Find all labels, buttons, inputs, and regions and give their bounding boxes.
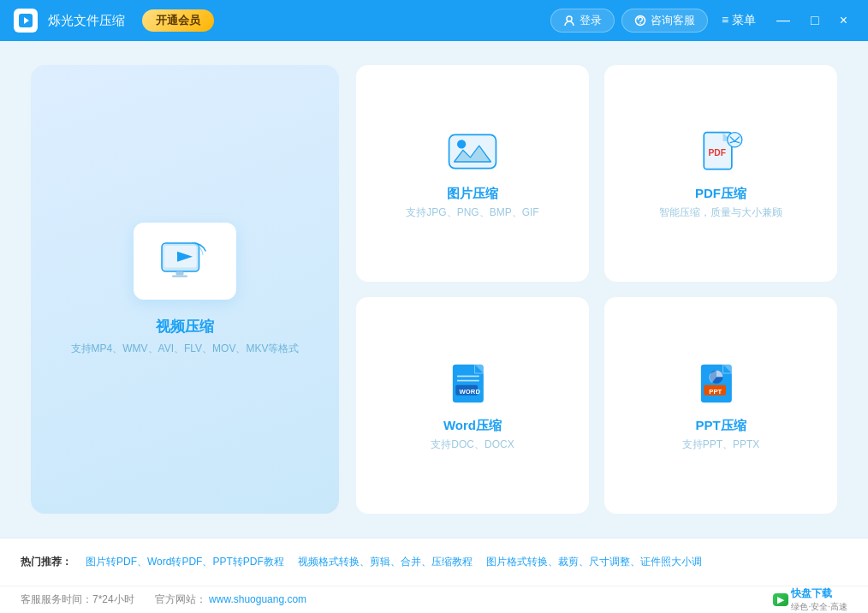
main-content: 视频压缩 支持MP4、WMV、AVI、FLV、MOV、MKV等格式 图片压缩 支… xyxy=(0,41,868,538)
video-panel-title: 视频压缩 xyxy=(156,317,214,336)
word-icon-wrap: WORD xyxy=(442,360,503,408)
svg-rect-15 xyxy=(453,364,484,402)
title-bar: 烁光文件压缩 开通会员 登录 咨询客服 ≡ 菜单 — □ × xyxy=(0,0,868,41)
svg-text:WORD: WORD xyxy=(460,388,481,396)
image-icon-wrap xyxy=(442,128,503,176)
pdf-card-desc: 智能压缩，质量与大小兼顾 xyxy=(659,205,782,220)
menu-button[interactable]: ≡ 菜单 xyxy=(715,9,763,32)
app-logo xyxy=(14,9,38,33)
image-card-title: 图片压缩 xyxy=(447,186,498,202)
footer-logo: ▶ 快盘下载 绿色·安全·高速 xyxy=(773,586,847,613)
login-label: 登录 xyxy=(580,13,602,28)
app-title: 烁光文件压缩 xyxy=(48,13,125,29)
vip-button[interactable]: 开通会员 xyxy=(142,9,214,32)
kdxz-slogan: 绿色·安全·高速 xyxy=(791,601,847,613)
footer-bar: 客服服务时间：7*24小时 官方网站： www.shuoguang.com ▶ … xyxy=(0,586,868,613)
kdxz-icon: ▶ xyxy=(777,595,784,604)
hot-link-0[interactable]: 图片转PDF、Word转PDF、PPT转PDF教程 xyxy=(86,555,284,569)
maximize-button[interactable]: □ xyxy=(804,12,826,29)
video-compress-panel[interactable]: 视频压缩 支持MP4、WMV、AVI、FLV、MOV、MKV等格式 xyxy=(31,65,339,514)
pdf-card-title: PDF压缩 xyxy=(695,186,746,202)
video-panel-desc: 支持MP4、WMV、AVI、FLV、MOV、MKV等格式 xyxy=(71,342,300,356)
ppt-card-title: PPT压缩 xyxy=(695,418,746,434)
image-card-desc: 支持JPG、PNG、BMP、GIF xyxy=(406,205,538,220)
hot-recommend-label: 热门推荐： xyxy=(21,555,72,569)
hot-link-1[interactable]: 视频格式转换、剪辑、合并、压缩教程 xyxy=(298,555,473,569)
hot-link-2[interactable]: 图片格式转换、裁剪、尺寸调整、证件照大小调 xyxy=(486,555,702,569)
login-button[interactable]: 登录 xyxy=(550,9,615,33)
ppt-compress-card[interactable]: PPT PPT压缩 支持PPT、PPTX xyxy=(604,297,837,514)
website-url[interactable]: www.shuoguang.com xyxy=(209,593,306,605)
svg-point-2 xyxy=(567,16,572,21)
pdf-compress-card[interactable]: PDF PDF压缩 智能压缩，质量与大小兼顾 xyxy=(604,65,837,282)
service-button[interactable]: 咨询客服 xyxy=(621,9,708,33)
kdxz-name: 快盘下载 xyxy=(791,586,847,601)
svg-rect-10 xyxy=(449,134,496,168)
word-card-title: Word压缩 xyxy=(443,418,502,434)
svg-rect-9 xyxy=(172,276,187,277)
ppt-card-desc: 支持PPT、PPTX xyxy=(682,437,760,452)
title-bar-right: 登录 咨询客服 ≡ 菜单 — □ × xyxy=(550,9,854,33)
minimize-button[interactable]: — xyxy=(770,12,797,29)
pdf-icon-wrap: PDF xyxy=(690,128,752,176)
service-time: 客服服务时间：7*24小时 xyxy=(21,592,134,607)
svg-point-14 xyxy=(728,132,742,146)
website-label: 官方网站： www.shuoguang.com xyxy=(155,592,306,607)
svg-point-4 xyxy=(639,23,640,24)
word-compress-card[interactable]: WORD Word压缩 支持DOC、DOCX xyxy=(356,297,589,514)
video-icon-wrapper xyxy=(134,223,236,300)
service-label: 咨询客服 xyxy=(651,13,695,28)
image-compress-card[interactable]: 图片压缩 支持JPG、PNG、BMP、GIF xyxy=(356,65,589,282)
svg-text:PDF: PDF xyxy=(708,148,726,158)
svg-point-11 xyxy=(457,140,466,148)
close-button[interactable]: × xyxy=(833,12,854,29)
svg-text:PPT: PPT xyxy=(709,388,722,396)
word-card-desc: 支持DOC、DOCX xyxy=(431,437,514,452)
right-cards-grid: 图片压缩 支持JPG、PNG、BMP、GIF PDF xyxy=(356,65,837,514)
hot-recommend-bar: 热门推荐： 图片转PDF、Word转PDF、PPT转PDF教程 视频格式转换、剪… xyxy=(0,538,868,586)
svg-rect-8 xyxy=(176,271,184,276)
ppt-icon-wrap: PPT xyxy=(690,360,752,408)
website-prefix: 官方网站： xyxy=(155,593,206,605)
